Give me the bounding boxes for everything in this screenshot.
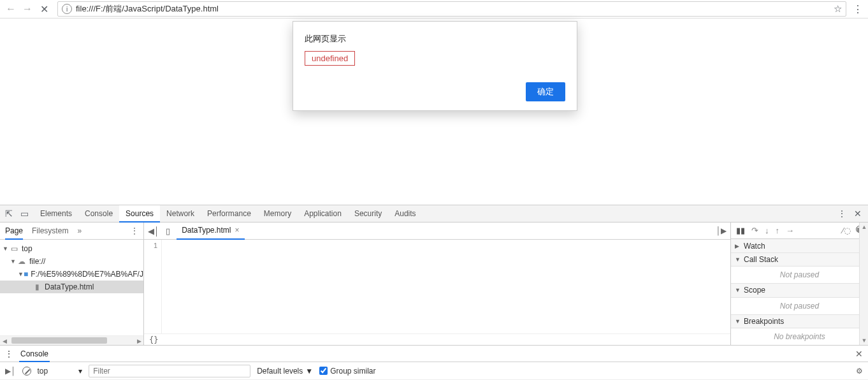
show-debugger-icon[interactable]: │▶ (716, 226, 727, 235)
device-toolbar-icon[interactable]: ▭ (20, 208, 29, 219)
frame-icon: ▭ (9, 244, 19, 253)
triangle-down-icon: ▼ (3, 245, 9, 252)
scroll-left-icon[interactable]: ◀ (0, 336, 9, 346)
tree-origin[interactable]: ▼ ☁ file:// (0, 255, 143, 268)
section-breakpoints[interactable]: ▼ Breakpoints (731, 315, 868, 328)
pretty-print-icon[interactable]: {} (149, 335, 158, 344)
tab-elements[interactable]: Elements (34, 205, 78, 223)
triangle-down-icon: ▼ (18, 271, 24, 277)
scope-body: Not paused (731, 298, 868, 315)
chevron-down-icon: ▼ (305, 367, 313, 376)
file-icon: ▮ (32, 282, 42, 291)
clear-console-icon[interactable] (22, 367, 31, 376)
sources-navigator: Page Filesystem » ⋮ ▼ ▭ top ▼ ☁ file:// … (0, 223, 144, 345)
step-over-icon[interactable]: ↷ (751, 226, 758, 235)
tree-frame-top[interactable]: ▼ ▭ top (0, 242, 143, 255)
file-outline-icon[interactable]: ▯ (166, 226, 170, 236)
devtools-tabbar: ⇱ ▭ Elements Console Sources Network Per… (0, 205, 868, 223)
alert-message: undefined (305, 51, 355, 66)
scroll-up-icon[interactable]: ▲ (860, 223, 868, 231)
levels-label: Default levels (257, 367, 303, 376)
triangle-down-icon: ▼ (735, 318, 741, 325)
folder-icon: ■ (24, 270, 28, 279)
bookmark-star-icon[interactable]: ☆ (834, 3, 842, 15)
cloud-icon: ☁ (17, 257, 27, 266)
nav-tab-filesystem[interactable]: Filesystem (32, 226, 68, 235)
alert-title: 此网页显示 (305, 33, 565, 45)
tab-application[interactable]: Application (298, 205, 348, 223)
tab-memory[interactable]: Memory (257, 205, 298, 223)
url-text: file:///F:/前端/JavaScript/DataType.html (76, 3, 219, 15)
triangle-down-icon: ▼ (735, 287, 741, 293)
editor-statusbar: {} (144, 333, 730, 345)
devtools-panel: ⇱ ▭ Elements Console Sources Network Per… (0, 205, 868, 380)
sources-editor: ◀│ ▯ DataType.html × │▶ 1 {} (144, 223, 731, 345)
back-button[interactable]: ← (3, 1, 19, 17)
show-navigator-icon[interactable]: ◀│ (148, 226, 159, 236)
tree-label: file:// (29, 257, 45, 266)
tab-audits[interactable]: Audits (388, 205, 422, 223)
tab-sources[interactable]: Sources (119, 205, 160, 223)
alert-ok-button[interactable]: 确定 (526, 82, 565, 101)
tab-security[interactable]: Security (348, 205, 388, 223)
console-drawer: ⋮ Console ✕ ▶│ top ▾ Default levels ▼ Gr… (0, 345, 868, 380)
callstack-body: Not paused (731, 267, 868, 284)
nav-more-icon[interactable]: ⋮ (131, 226, 138, 235)
step-out-icon[interactable]: ↑ (776, 226, 780, 235)
step-icon[interactable]: → (786, 226, 794, 235)
drawer-more-icon[interactable]: ⋮ (5, 349, 13, 358)
nav-overflow-icon[interactable]: » (77, 226, 82, 235)
section-callstack[interactable]: ▼ Call Stack (731, 253, 868, 267)
browser-menu-icon[interactable]: ⋮ (850, 3, 865, 15)
group-similar-checkbox[interactable]: Group similar (319, 367, 375, 376)
navigator-scrollbar[interactable]: ◀ ▶ (0, 335, 143, 345)
address-bar[interactable]: i file:///F:/前端/JavaScript/DataType.html… (57, 1, 846, 17)
tree-label: F:/%E5%89%8D%E7%AB%AF/JavaScript (31, 270, 143, 279)
tab-network[interactable]: Network (160, 205, 201, 223)
pause-icon[interactable]: ▮▮ (736, 226, 745, 235)
tab-performance[interactable]: Performance (201, 205, 257, 223)
nav-tab-page[interactable]: Page (5, 223, 23, 240)
scroll-right-icon[interactable]: ▶ (134, 336, 143, 346)
tree-file[interactable]: ▮ DataType.html (0, 281, 143, 293)
section-scope[interactable]: ▼ Scope (731, 284, 868, 297)
group-similar-input[interactable] (319, 367, 328, 375)
scrollbar-thumb[interactable] (11, 337, 107, 344)
js-alert-dialog: 此网页显示 undefined 确定 (293, 21, 577, 111)
console-filter-input[interactable] (89, 365, 250, 377)
triangle-down-icon: ▼ (735, 256, 741, 263)
drawer-tab-console[interactable]: Console (19, 346, 50, 362)
line-number: 1 (144, 242, 157, 249)
drawer-close-icon[interactable]: ✕ (855, 349, 863, 359)
debugger-panel: ▮▮ ↷ ↓ ↑ → ⁄◌ ▮▮ ▶ Watch ▼ Call Stack No… (731, 223, 868, 345)
step-into-icon[interactable]: ↓ (765, 226, 769, 235)
tree-folder[interactable]: ▼ ■ F:/%E5%89%8D%E7%AB%AF/JavaScript (0, 268, 143, 281)
line-gutter: 1 (144, 240, 162, 333)
inspect-element-icon[interactable]: ⇱ (5, 208, 13, 219)
forward-button[interactable]: → (19, 1, 36, 17)
group-similar-label: Group similar (330, 367, 375, 376)
section-label: Scope (744, 286, 765, 295)
debugger-scrollbar[interactable]: ▲ ▼ (859, 223, 868, 345)
page-viewport: 此网页显示 undefined 确定 (0, 18, 868, 205)
editor-tab[interactable]: DataType.html × (177, 223, 244, 240)
stop-button[interactable]: ✕ (36, 1, 52, 17)
site-info-icon[interactable]: i (62, 4, 72, 14)
code-area[interactable] (162, 240, 730, 333)
devtools-more-icon[interactable]: ⋮ (837, 208, 846, 219)
section-label: Breakpoints (744, 317, 784, 326)
debugger-toolbar: ▮▮ ↷ ↓ ↑ → ⁄◌ ▮▮ (731, 223, 868, 239)
devtools-close-icon[interactable]: ✕ (854, 208, 862, 219)
log-levels-selector[interactable]: Default levels ▼ (257, 367, 313, 376)
deactivate-breakpoints-icon[interactable]: ⁄◌ (843, 226, 851, 235)
console-sidebar-toggle-icon[interactable]: ▶│ (5, 367, 16, 376)
browser-toolbar: ← → ✕ i file:///F:/前端/JavaScript/DataTyp… (0, 0, 868, 18)
tab-console[interactable]: Console (78, 205, 119, 223)
close-tab-icon[interactable]: × (235, 226, 240, 235)
section-label: Call Stack (744, 255, 778, 264)
section-watch[interactable]: ▶ Watch (731, 239, 868, 252)
execution-context-selector[interactable]: top ▾ (38, 367, 83, 376)
chevron-down-icon: ▾ (78, 367, 82, 376)
scroll-down-icon[interactable]: ▼ (860, 336, 868, 345)
console-settings-icon[interactable]: ⚙ (856, 367, 863, 376)
